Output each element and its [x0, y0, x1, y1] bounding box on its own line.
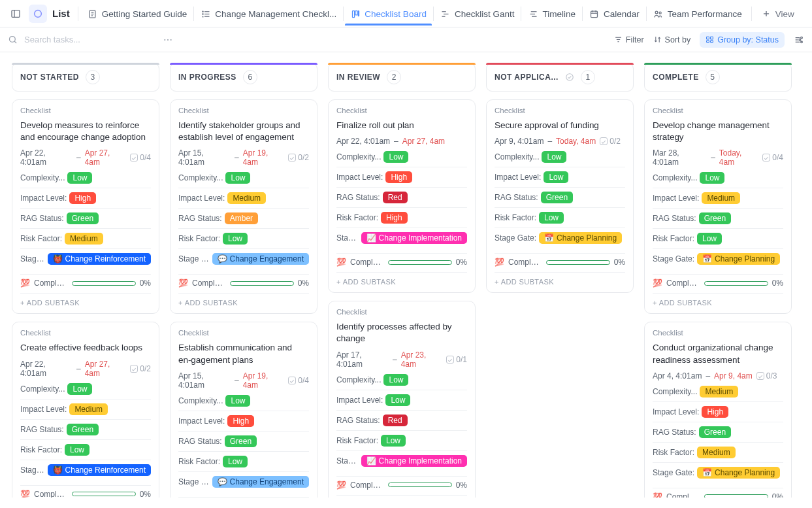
field-stage: Stage Gate: 📅Change Planning — [653, 248, 783, 269]
add-view-button[interactable]: View — [756, 2, 800, 25]
task-card[interactable]: Checklist Finalize roll out plan Apr 22,… — [328, 99, 476, 293]
card-title: Identify stakeholder groups and establis… — [178, 120, 309, 143]
column-not-applicable: NOT APPLICA... 1 Checklist Secure approv… — [486, 63, 634, 498]
card-dates: Apr 9, 4:01am – Today, 4am 0/2 — [495, 137, 625, 146]
group-by-button[interactable]: Group by: Status — [700, 32, 785, 48]
card-dates: Mar 28, 4:01am – Today, 4am 0/4 — [653, 148, 783, 167]
progress-percent: 0% — [772, 492, 783, 498]
progress-row: 💯 Complet... 0% — [178, 497, 309, 498]
field-label: RAG Status: — [653, 214, 696, 223]
add-subtask-button[interactable]: + ADD SUBTASK — [20, 293, 151, 307]
field-label: RAG Status: — [653, 428, 696, 437]
column-complete: COMPLETE 5 Checklist Develop change mana… — [644, 63, 792, 498]
filter-button[interactable]: Filter — [614, 35, 644, 44]
field-label: Stage Gate: — [336, 233, 359, 243]
progress-bar — [388, 483, 452, 487]
column-header[interactable]: COMPLETE 5 — [644, 63, 792, 92]
view-tab-board[interactable]: Checklist Board — [345, 2, 432, 25]
task-card[interactable]: Checklist Secure approval of funding Apr… — [486, 99, 634, 293]
card-folder-tag: Checklist — [653, 107, 783, 114]
divider — [343, 7, 344, 21]
field-label: Impact Level: — [653, 407, 699, 416]
add-subtask-button[interactable]: + ADD SUBTASK — [336, 272, 467, 286]
task-card[interactable]: Checklist Identify processes affected by… — [328, 301, 476, 498]
svg-point-42 — [799, 39, 801, 41]
field-label: RAG Status: — [178, 214, 222, 223]
progress-emoji-icon: 💯 — [653, 492, 662, 498]
sort-button[interactable]: Sort by — [653, 35, 691, 44]
view-tab-cmc[interactable]: Change Management Checkl... — [195, 2, 342, 25]
field-impact: Impact Level: Low — [495, 167, 625, 187]
progress-emoji-icon: 💯 — [20, 279, 30, 288]
progress-label: Complet... — [192, 279, 226, 288]
task-card[interactable]: Checklist Develop measures to reinforce … — [12, 99, 159, 314]
task-card[interactable]: Checklist Develop change management stra… — [644, 99, 792, 314]
card-title: Conduct organizational change readiness … — [653, 342, 783, 365]
progress-percent: 0% — [614, 258, 625, 267]
field-impact: Impact Level: High — [653, 401, 783, 422]
field-risk: Risk Factor: Low — [653, 228, 783, 248]
view-tab-label: Timeline — [542, 9, 576, 19]
start-date: Apr 22, 4:01am — [336, 137, 390, 146]
field-complexity: Complexity... Low — [495, 151, 625, 167]
add-subtask-button[interactable]: + ADD SUBTASK — [495, 272, 625, 286]
view-tab-calendar[interactable]: Calendar — [584, 2, 645, 25]
progress-row: 💯 Complet... 0% — [495, 253, 625, 267]
plus-icon — [761, 8, 771, 19]
field-risk: Risk Factor: Medium — [20, 228, 151, 248]
task-card[interactable]: Checklist Create effective feedback loop… — [12, 322, 159, 498]
checkbox-icon — [762, 154, 770, 161]
column-header[interactable]: IN REVIEW 2 — [328, 63, 476, 92]
collapse-sidebar-button[interactable] — [5, 5, 26, 23]
progress-emoji-icon: 💯 — [653, 279, 662, 288]
progress-bar — [230, 281, 294, 286]
svg-point-31 — [164, 39, 165, 40]
field-label: Complexity... — [20, 384, 65, 394]
settings-icon[interactable] — [794, 35, 804, 45]
field-complexity: Complexity... Low — [20, 383, 151, 399]
end-date: Today, 4am — [556, 137, 596, 146]
checkbox-icon — [130, 365, 138, 373]
column-header[interactable]: IN PROGRESS 6 — [170, 63, 317, 92]
progress-percent: 0% — [772, 279, 783, 288]
task-card[interactable]: Checklist Establish communication and en… — [170, 322, 317, 498]
view-tab-timeline[interactable]: Timeline — [523, 2, 581, 25]
progress-label: Complet... — [666, 279, 700, 288]
more-icon[interactable] — [163, 35, 173, 45]
field-risk: Risk Factor: Low — [495, 207, 625, 228]
list-title[interactable]: List — [52, 8, 70, 19]
start-date: Apr 22, 4:01am — [20, 360, 73, 378]
progress-label: Complet... — [34, 279, 68, 288]
field-label: Stage Gate: — [653, 468, 694, 477]
field-stage: Stage Gate: 📅Change Planning — [495, 228, 625, 248]
view-tab-gsg[interactable]: Getting Started Guide — [82, 2, 193, 25]
search-input[interactable] — [23, 34, 154, 45]
field-label: Risk Factor: — [336, 213, 378, 222]
column-header[interactable]: NOT APPLICA... 1 — [486, 63, 634, 92]
task-card[interactable]: Checklist Identify stakeholder groups an… — [170, 99, 317, 314]
svg-point-26 — [659, 12, 661, 14]
task-card[interactable]: Checklist Conduct organizational change … — [644, 322, 792, 498]
progress-bar — [388, 260, 452, 265]
field-rag: RAG Status: Amber — [178, 208, 309, 228]
add-subtask-button[interactable]: + ADD SUBTASK — [178, 293, 309, 307]
board-icon — [350, 8, 361, 19]
checkbox-icon — [288, 154, 296, 161]
field-label: Risk Factor: — [336, 436, 378, 445]
column-header[interactable]: NOT STARTED 3 — [12, 63, 159, 92]
view-tab-team[interactable]: Team Performance — [648, 2, 747, 25]
field-label: Risk Factor: — [20, 234, 62, 243]
progress-row: 💯 Complet... 0% — [20, 485, 151, 498]
field-label: Impact Level: — [336, 173, 383, 182]
progress-bar — [72, 492, 136, 496]
checkbox-icon — [130, 154, 138, 161]
field-label: Risk Factor: — [653, 448, 694, 457]
add-subtask-button[interactable]: + ADD SUBTASK — [653, 293, 783, 307]
view-tab-gantt[interactable]: Checklist Gantt — [435, 2, 520, 25]
end-date: Apr 9, 4am — [714, 371, 753, 381]
field-rag: RAG Status: Green — [20, 208, 151, 228]
svg-point-11 — [203, 13, 203, 14]
svg-rect-37 — [707, 37, 709, 39]
add-subtask-button[interactable]: + ADD SUBTASK — [336, 495, 467, 498]
field-complexity: Complexity... Low — [336, 151, 467, 167]
